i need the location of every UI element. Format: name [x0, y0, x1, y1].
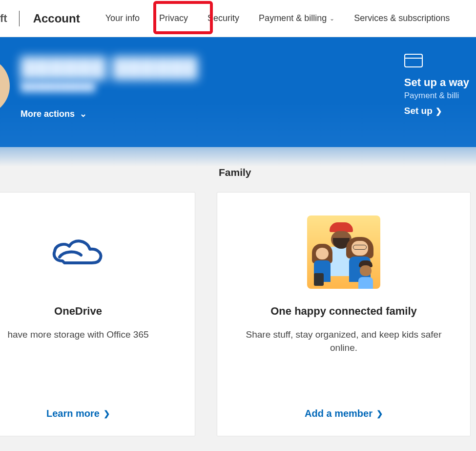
svg-rect-0 [405, 54, 422, 67]
family-person-girl [312, 244, 332, 286]
credit-card-icon [404, 54, 423, 67]
chevron-right-icon: ❯ [103, 409, 110, 418]
learn-more-link[interactable]: Learn more ❯ [46, 408, 110, 422]
card-link-label: Learn more [46, 408, 100, 419]
profile-email-redacted: ████████████ [21, 82, 198, 92]
section-subscriptions: ns OneDrive have more storage with Offic… [0, 167, 195, 436]
nav-payment-billing[interactable]: Payment & billing ⌄ [249, 2, 344, 34]
section-title: Family [219, 167, 471, 178]
family-illustration [307, 215, 380, 289]
card-link-label: Add a member [305, 408, 373, 419]
nav-item-label: Your info [105, 13, 140, 23]
nav-your-info[interactable]: Your info [96, 2, 149, 34]
chevron-down-icon: ⌄ [80, 108, 87, 119]
chevron-right-icon: ❯ [435, 107, 442, 116]
card-desc: Share stuff, stay organized, and keep ki… [231, 328, 456, 354]
sections-row: ns OneDrive have more storage with Offic… [0, 167, 476, 436]
family-person-kid [359, 260, 373, 289]
card-icon-slot [307, 213, 380, 291]
setup-payment-card: Set up a way Payment & billi Set up ❯ [404, 54, 469, 116]
section-family: Family One happy [217, 167, 471, 436]
hero-banner: ██████ ██████ ████████████ More actions … [0, 37, 476, 147]
card-icon-slot [49, 213, 107, 291]
avatar [0, 57, 10, 115]
hero-fade [0, 147, 476, 167]
nav-item-label: Privacy [159, 13, 188, 23]
top-nav: ft Account Your info Privacy Security Pa… [0, 0, 476, 37]
card-desc: have more storage with Office 365 [4, 328, 151, 342]
card-family: One happy connected family Share stuff, … [217, 192, 471, 436]
nav-services-subscriptions[interactable]: Services & subscriptions [344, 2, 459, 34]
nav-divider [19, 11, 20, 26]
setup-link-label: Set up [404, 106, 433, 116]
profile-name-redacted: ██████ ██████ [21, 57, 198, 79]
setup-title: Set up a way [404, 76, 469, 89]
nav-security[interactable]: Security [198, 2, 249, 34]
card-title: One happy connected family [270, 305, 417, 318]
onedrive-icon [49, 233, 107, 272]
card-title: OneDrive [54, 305, 102, 318]
nav-privacy[interactable]: Privacy [149, 2, 198, 34]
section-title-fragment: ns [0, 167, 195, 178]
more-actions-label: More actions [21, 109, 75, 119]
nav-item-label: Payment & billing [259, 13, 327, 23]
setup-subtitle: Payment & billi [404, 91, 469, 101]
brand-fragment: ft [0, 12, 7, 25]
card-onedrive: OneDrive have more storage with Office 3… [0, 192, 195, 436]
setup-link[interactable]: Set up ❯ [404, 106, 469, 116]
add-member-link[interactable]: Add a member ❯ [305, 408, 383, 422]
profile-area: ██████ ██████ ████████████ More actions … [21, 57, 198, 119]
nav-title[interactable]: Account [33, 12, 80, 25]
chevron-right-icon: ❯ [376, 409, 383, 418]
nav-item-label: Security [207, 13, 239, 23]
nav-item-label: Services & subscriptions [354, 13, 450, 23]
more-actions-button[interactable]: More actions ⌄ [21, 108, 198, 119]
chevron-down-icon: ⌄ [330, 15, 334, 22]
